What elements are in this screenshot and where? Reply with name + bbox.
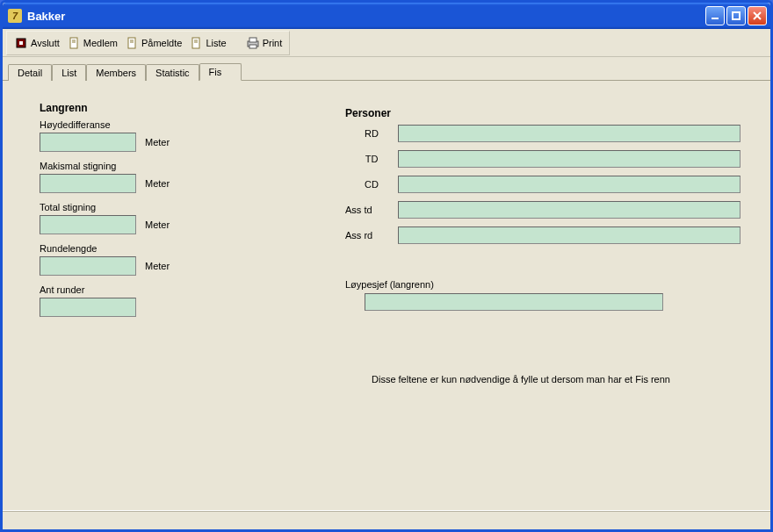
medlem-label: Medlem [83,38,118,48]
status-bar [3,510,770,529]
svg-rect-16 [249,38,256,42]
langrenn-section: Langrenn Høydedifferanse Meter Makismal … [40,102,303,326]
cd-input[interactable] [398,176,740,193]
personer-section: Personer RD TD CD Ass td Ass rd [345,107,740,311]
tab-detail[interactable]: Detail [8,64,52,81]
print-label: Print [263,38,283,48]
document-icon [189,36,203,50]
total-input[interactable] [40,215,136,234]
info-note: Disse feltene er kun nødvendige å fylle … [372,374,670,385]
minimize-button[interactable] [705,6,725,25]
svg-rect-12 [192,38,199,48]
svg-rect-6 [70,38,77,48]
rd-label: RD [345,128,398,139]
avslutt-button[interactable]: Avslutt [11,34,63,52]
tab-statistic[interactable]: Statistic [146,64,199,81]
pameldte-label: Påmeldte [141,38,182,48]
print-button[interactable]: Print [242,34,286,52]
app-icon: 7 [8,9,22,23]
pameldte-button[interactable]: Påmeldte [121,34,185,52]
rundelengde-input[interactable] [40,256,136,276]
medlem-button[interactable]: Medlem [63,34,121,52]
app-window: 7 Bakker Avslutt Medlem [0,0,773,532]
tab-list[interactable]: List [52,64,86,81]
total-unit: Meter [145,219,170,230]
rundelengde-label: Rundelengde [40,243,303,254]
tab-fis[interactable]: Fis [199,63,242,81]
toolbar: Avslutt Medlem Påmeldte Liste [3,29,770,57]
total-label: Total stigning [40,202,303,212]
close-icon [752,11,762,21]
asstd-input[interactable] [398,201,740,219]
liste-label: Liste [206,38,226,48]
maksimal-label: Makismal stigning [40,161,303,171]
tab-members[interactable]: Members [86,64,146,81]
maksimal-unit: Meter [145,178,170,189]
content-panel: Langrenn Høydedifferanse Meter Makismal … [3,81,770,510]
antrunder-input[interactable] [40,298,136,317]
exit-icon [14,36,28,50]
personer-title: Personer [345,107,740,119]
svg-rect-9 [128,38,135,48]
assrd-label: Ass rd [345,230,398,241]
svg-rect-17 [249,45,256,48]
svg-rect-1 [733,12,740,19]
toolbar-group: Avslutt Medlem Påmeldte Liste [6,31,290,55]
tab-bar: Detail List Members Statistic Fis [3,57,770,81]
asstd-label: Ass td [345,205,398,215]
minimize-icon [710,11,720,21]
maksimal-input[interactable] [40,174,136,193]
hoydediff-unit: Meter [145,137,170,147]
svg-rect-0 [712,18,719,19]
close-button[interactable] [748,6,767,25]
rd-input[interactable] [398,125,740,142]
document-icon [67,36,81,50]
titlebar[interactable]: 7 Bakker [3,3,770,29]
document-icon [125,36,139,50]
hoydediff-input[interactable] [40,133,136,152]
window-title: Bakker [27,10,704,23]
loypesjef-input[interactable] [365,293,663,311]
antrunder-label: Ant runder [40,284,303,295]
liste-button[interactable]: Liste [185,34,229,52]
td-label: TD [345,154,398,164]
printer-icon [246,36,260,50]
maximize-button[interactable] [726,6,746,25]
cd-label: CD [345,179,398,190]
langrenn-title: Langrenn [40,102,303,114]
assrd-input[interactable] [398,226,740,244]
maximize-icon [731,11,741,21]
avslutt-label: Avslutt [31,38,60,48]
rundelengde-unit: Meter [145,261,170,271]
hoydediff-label: Høydedifferanse [40,119,303,130]
loypesjef-label: Løypesjef (langrenn) [345,279,740,290]
svg-rect-5 [19,41,23,45]
td-input[interactable] [398,150,740,168]
